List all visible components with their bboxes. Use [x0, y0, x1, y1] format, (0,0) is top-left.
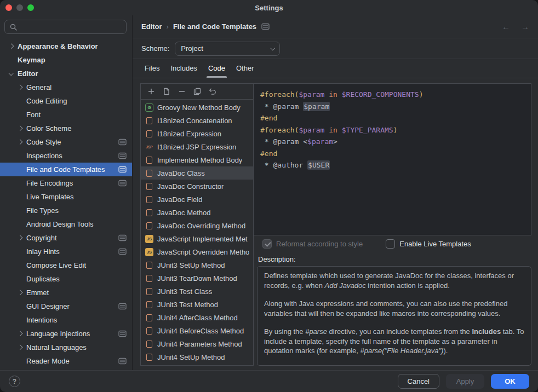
template-item-junit3-teardown-method[interactable]: JUnit3 TearDown Method — [141, 272, 253, 285]
sidebar-item-reader-mode[interactable]: Reader Mode — [0, 354, 132, 368]
template-item-label: JUnit3 Test Method — [157, 301, 218, 309]
template-item-junit4-afterclass-method[interactable]: JUnit4 AfterClass Method — [141, 311, 253, 324]
reset-icon — [208, 87, 217, 96]
groovy-template-icon: G — [145, 103, 153, 112]
template-item-junit4-setup-method[interactable]: JUnit4 SetUp Method — [141, 350, 253, 364]
chevron-right-icon[interactable] — [17, 290, 22, 295]
template-item-label: JavaDoc Field — [157, 195, 202, 204]
reset-button[interactable] — [207, 86, 218, 97]
live-templates-checkbox[interactable] — [386, 239, 395, 249]
sidebar-item-code-style[interactable]: Code Style — [0, 135, 132, 149]
settings-badge-icon — [261, 23, 270, 30]
sidebar-item-language-injections[interactable]: Language Injections — [0, 327, 132, 341]
template-item-implemented-method-body[interactable]: Implemented Method Body — [141, 153, 253, 166]
template-item-label: JUnit3 SetUp Method — [157, 261, 225, 269]
chevron-right-icon[interactable] — [17, 235, 22, 240]
sidebar-item-compose-live-edit[interactable]: Compose Live Edit — [0, 258, 132, 272]
template-item-label: JavaDoc Constructor — [157, 182, 224, 191]
template-item-i18nized-expression[interactable]: I18nized Expression — [141, 127, 253, 140]
code-line: #foreach($param in $RECORD_COMPONENTS) — [260, 89, 524, 101]
sidebar-item-live-templates[interactable]: Live Templates — [0, 190, 132, 204]
sidebar-item-android-design-tools[interactable]: Android Design Tools — [0, 217, 132, 231]
forward-button[interactable]: → — [521, 22, 529, 31]
chevron-right-icon[interactable] — [8, 44, 13, 49]
sidebar-item-inspections[interactable]: Inspections — [0, 149, 132, 163]
chevron-right-icon[interactable] — [17, 345, 22, 350]
template-item-i18nized-concatenation[interactable]: I18nized Concatenation — [141, 114, 253, 127]
breadcrumb-parent[interactable]: Editor — [141, 22, 162, 31]
template-item-junit3-setup-method[interactable]: JUnit3 SetUp Method — [141, 258, 253, 272]
tab-includes[interactable]: Includes — [165, 64, 202, 78]
tab-files[interactable]: Files — [139, 64, 165, 78]
sidebar-item-gui-designer[interactable]: GUI Designer — [0, 299, 132, 313]
main-panel: Editor › File and Code Templates ← → Sch… — [133, 15, 538, 370]
template-item-javadoc-class[interactable]: JavaDoc Class — [141, 166, 253, 180]
sidebar-item-color-scheme[interactable]: Color Scheme — [0, 122, 132, 135]
description-paragraph: By using the #parse directive, you can i… — [264, 327, 524, 356]
template-item-junit3-test-method[interactable]: JUnit3 Test Method — [141, 298, 253, 311]
copy-button[interactable] — [192, 86, 203, 97]
sidebar-item-inlay-hints[interactable]: Inlay Hints — [0, 245, 132, 258]
apply-button[interactable]: Apply — [446, 374, 484, 389]
sidebar-item-general[interactable]: General — [0, 80, 132, 94]
sidebar-item-file-types[interactable]: File Types — [0, 204, 132, 217]
minimize-button[interactable] — [16, 4, 23, 11]
sidebar-item-code-editing[interactable]: Code Editing — [0, 94, 132, 108]
sidebar-item-file-and-code-templates[interactable]: File and Code Templates — [0, 163, 132, 176]
back-button[interactable]: ← — [502, 22, 510, 31]
template-item-junit4-beforeclass-method[interactable]: JUnit4 BeforeClass Method — [141, 324, 253, 337]
sidebar-item-editor[interactable]: Editor — [0, 67, 132, 80]
template-item-javadoc-overriding-method[interactable]: JavaDoc Overriding Method — [141, 219, 253, 232]
sidebar-item-label: Appearance & Behavior — [18, 42, 98, 50]
zoom-button[interactable] — [27, 4, 34, 11]
content-area: GGroovy New Method BodyI18nized Concaten… — [133, 78, 538, 370]
tpl-template-icon — [145, 353, 153, 361]
template-item-javadoc-constructor[interactable]: JavaDoc Constructor — [141, 180, 253, 193]
chevron-right-icon[interactable] — [17, 140, 22, 145]
sidebar-item-keymap[interactable]: Keymap — [0, 53, 132, 67]
help-button[interactable]: ? — [9, 376, 20, 387]
template-item-label: JavaDoc Overriding Method — [157, 222, 245, 230]
sidebar-item-emmet[interactable]: Emmet — [0, 286, 132, 299]
template-item-label: JavaScript Implemented Met — [157, 235, 248, 243]
code-line: * @param <$param> — [260, 136, 524, 148]
sidebar-item-duplicates[interactable]: Duplicates — [0, 272, 132, 286]
sidebar-item-intentions[interactable]: Intentions — [0, 313, 132, 327]
template-item-groovy-new-method-body[interactable]: GGroovy New Method Body — [141, 101, 253, 114]
chevron-right-icon[interactable] — [17, 85, 22, 90]
tab-code[interactable]: Code — [203, 64, 231, 78]
scheme-select[interactable]: Project — [175, 42, 280, 56]
add-button[interactable] — [146, 86, 157, 97]
chevron-right-icon[interactable] — [17, 331, 22, 336]
add-child-button[interactable] — [161, 86, 172, 97]
reformat-checkbox[interactable] — [262, 239, 272, 249]
template-item-i18nized-jsp-expression[interactable]: JSPI18nized JSP Expression — [141, 140, 253, 153]
tpl-template-icon — [145, 182, 153, 191]
template-editor[interactable]: #foreach($param in $RECORD_COMPONENTS) *… — [254, 83, 531, 235]
cancel-button[interactable]: Cancel — [398, 374, 439, 389]
template-item-javascript-overridden-metho[interactable]: JSJavaScript Overridden Metho — [141, 245, 253, 258]
ok-button[interactable]: OK — [491, 374, 529, 389]
search-input[interactable] — [21, 22, 122, 32]
remove-button[interactable] — [176, 86, 187, 97]
tab-other[interactable]: Other — [231, 64, 260, 78]
sidebar-item-file-encodings[interactable]: File Encodings — [0, 176, 132, 190]
close-button[interactable] — [5, 4, 12, 11]
breadcrumb: Editor › File and Code Templates ← → — [133, 15, 538, 38]
template-item-junit4-parameters-method[interactable]: JUnit4 Parameters Method — [141, 337, 253, 350]
template-item-label: JavaDoc Method — [157, 209, 211, 217]
tpl-template-icon — [145, 209, 153, 217]
tpl-template-icon — [145, 156, 153, 164]
sidebar-item-appearance-behavior[interactable]: Appearance & Behavior — [0, 39, 132, 53]
sidebar-item-font[interactable]: Font — [0, 108, 132, 122]
chevron-down-icon[interactable] — [8, 70, 13, 75]
template-item-label: JUnit4 SetUp Method — [157, 353, 225, 361]
template-item-junit3-test-class[interactable]: JUnit3 Test Class — [141, 285, 253, 298]
tpl-template-icon — [145, 195, 153, 204]
sidebar-item-natural-languages[interactable]: Natural Languages — [0, 341, 132, 354]
template-item-javadoc-method[interactable]: JavaDoc Method — [141, 206, 253, 219]
template-item-javadoc-field[interactable]: JavaDoc Field — [141, 193, 253, 206]
sidebar-item-copyright[interactable]: Copyright — [0, 231, 132, 245]
chevron-right-icon[interactable] — [17, 126, 22, 131]
template-item-javascript-implemented-met[interactable]: JSJavaScript Implemented Met — [141, 232, 253, 245]
